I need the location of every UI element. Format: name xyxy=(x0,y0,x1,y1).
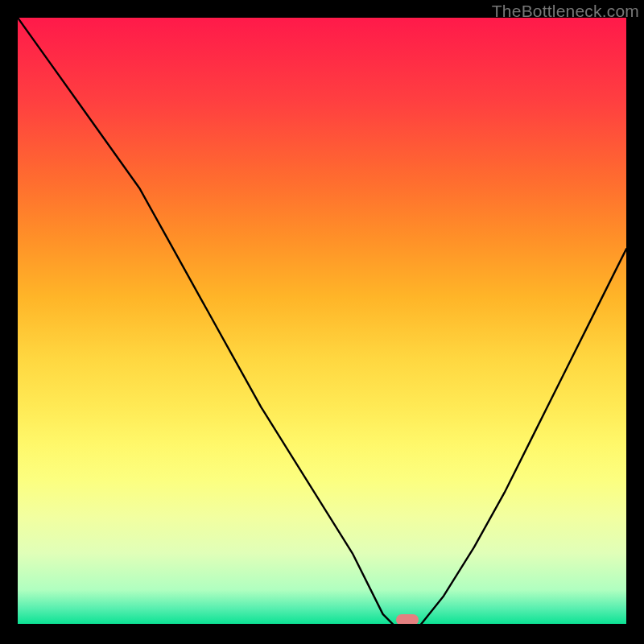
plot-area xyxy=(18,18,626,626)
chart-frame: TheBottleneck.com xyxy=(0,0,644,644)
x-axis-line xyxy=(18,624,626,626)
bottleneck-curve xyxy=(18,18,626,626)
watermark-text: TheBottleneck.com xyxy=(492,2,639,21)
